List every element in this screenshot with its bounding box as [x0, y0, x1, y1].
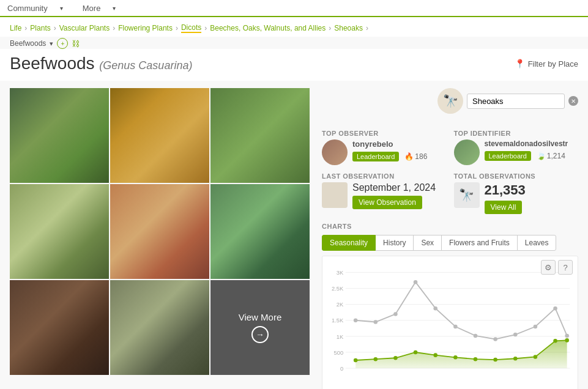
breadcrumb-beeches[interactable]: Beeches, Oaks, Walnuts, and Allies — [210, 24, 326, 32]
svg-point-28 — [374, 320, 378, 324]
svg-text:500: 500 — [334, 350, 344, 356]
pin-icon: 📍 — [515, 59, 525, 69]
svg-point-34 — [493, 337, 497, 341]
photo-1[interactable] — [10, 88, 109, 183]
svg-point-29 — [393, 312, 398, 316]
svg-text:0: 0 — [340, 366, 343, 372]
view-more-arrow-icon: → — [251, 326, 269, 343]
breadcrumb-current-label: Beefwoods — [10, 39, 46, 48]
breadcrumb-plants[interactable]: Plants — [30, 24, 50, 32]
svg-point-33 — [474, 334, 478, 338]
search-clear-button[interactable]: ✕ — [568, 96, 578, 106]
svg-point-25 — [553, 339, 557, 343]
observer-avatar — [322, 139, 348, 165]
breadcrumb-vascular[interactable]: Vascular Plants — [59, 24, 110, 32]
svg-point-30 — [414, 280, 418, 284]
chart-settings-button[interactable]: ⚙ — [541, 260, 556, 275]
photo-4[interactable] — [10, 184, 109, 279]
breadcrumb-flowering[interactable]: Flowering Plants — [118, 24, 173, 32]
chart-tabs: Seasonality History Sex Flowers and Frui… — [322, 235, 578, 251]
photo-grid: View More → — [10, 88, 310, 389]
svg-text:2K: 2K — [337, 302, 344, 308]
breadcrumb: Life › Plants › Vascular Plants › Flower… — [0, 17, 588, 37]
svg-point-35 — [513, 333, 518, 337]
observer-leaderboard-badge[interactable]: Leaderboard — [352, 152, 399, 161]
photo-6[interactable] — [210, 184, 310, 279]
main-content: View More → 🔭 ✕ TOP OBSERVER — [0, 81, 588, 389]
svg-marker-14 — [355, 340, 567, 368]
svg-point-19 — [433, 353, 437, 357]
svg-text:1K: 1K — [337, 334, 344, 340]
top-identifier-block: TOP IDENTIFIER stevemaldonadosilvestr Le… — [454, 130, 579, 165]
chart-help-button[interactable]: ? — [558, 260, 573, 275]
svg-point-23 — [513, 357, 518, 361]
svg-text:3K: 3K — [337, 270, 344, 276]
svg-point-27 — [354, 318, 358, 322]
svg-point-17 — [393, 356, 398, 360]
flame-icon: 🔥 — [404, 152, 414, 161]
svg-point-18 — [414, 350, 418, 355]
svg-point-38 — [565, 334, 569, 338]
more-chevron-icon: ▾ — [113, 5, 116, 12]
svg-point-31 — [433, 306, 437, 311]
page-title: Beefwoods (Genus Casuarina) — [10, 54, 192, 73]
view-more-cell[interactable]: View More → — [210, 280, 310, 375]
community-chevron-icon: ▾ — [60, 5, 63, 12]
tab-leaves[interactable]: Leaves — [517, 235, 557, 251]
add-icon[interactable]: + — [57, 38, 68, 49]
charts-section: CHARTS Seasonality History Sex Flowers a… — [322, 223, 578, 389]
stats-grid: TOP OBSERVER tonyrebelo Leaderboard 🔥186 — [322, 130, 578, 214]
svg-point-21 — [474, 357, 478, 361]
svg-point-26 — [565, 338, 569, 343]
genus-label: (Genus Casuarina) — [99, 59, 192, 72]
last-obs-avatar — [322, 182, 348, 208]
chart-container: ⚙ ? 3K 2.5K 2K 1.5K 1K 500 0 — [322, 256, 578, 389]
tab-sex[interactable]: Sex — [413, 235, 442, 251]
svg-point-16 — [374, 357, 378, 361]
leaf-icon: 🍃 — [537, 152, 546, 160]
breadcrumb-sheoaks[interactable]: Sheoaks — [334, 24, 363, 32]
svg-point-37 — [553, 306, 557, 311]
photo-2[interactable] — [110, 88, 209, 183]
last-observation-block: LAST OBSERVATION September 1, 2024 View … — [322, 172, 447, 214]
observer-search: 🔭 ✕ — [437, 88, 578, 114]
svg-point-20 — [453, 355, 458, 360]
svg-text:1.5K: 1.5K — [332, 317, 344, 324]
search-input[interactable] — [467, 94, 565, 109]
identifier-leaderboard-badge[interactable]: Leaderboard — [485, 151, 531, 161]
binoculars-icon: 🔭 — [454, 182, 480, 208]
svg-point-36 — [534, 325, 538, 329]
svg-text:2.5K: 2.5K — [332, 286, 344, 292]
dropdown-icon[interactable]: ▾ — [50, 40, 53, 48]
top-observer-block: TOP OBSERVER tonyrebelo Leaderboard 🔥186 — [322, 130, 447, 165]
photo-5[interactable] — [110, 184, 209, 279]
svg-point-32 — [453, 325, 458, 329]
photo-3[interactable] — [210, 88, 310, 183]
filter-place-button[interactable]: 📍 Filter by Place — [515, 59, 578, 69]
photo-8[interactable] — [110, 280, 209, 375]
photo-7[interactable] — [10, 280, 109, 375]
nav-community[interactable]: Community ▾ — [7, 4, 73, 13]
view-observation-button[interactable]: View Observation — [352, 196, 422, 209]
breadcrumb-life[interactable]: Life — [10, 24, 21, 32]
tab-flowers-fruits[interactable]: Flowers and Fruits — [441, 235, 518, 251]
tab-seasonality[interactable]: Seasonality — [322, 235, 376, 251]
link-icon[interactable]: ⛓ — [72, 39, 80, 48]
right-panel: 🔭 ✕ TOP OBSERVER tonyrebelo Leader — [310, 88, 578, 389]
svg-point-15 — [354, 358, 358, 363]
nav-more[interactable]: More ▾ — [83, 4, 126, 13]
chart-toolbar: ⚙ ? — [541, 260, 573, 275]
chart-svg: 3K 2.5K 2K 1.5K 1K 500 0 — [327, 262, 573, 389]
svg-point-24 — [534, 355, 538, 359]
identifier-avatar — [454, 139, 480, 165]
tab-history[interactable]: History — [375, 235, 414, 251]
breadcrumb-dicots[interactable]: Dicots — [181, 23, 201, 33]
breadcrumb-actions: Beefwoods ▾ + ⛓ — [0, 38, 588, 49]
search-avatar: 🔭 — [437, 88, 463, 114]
top-nav: Community ▾ More ▾ — [0, 0, 588, 17]
view-all-button[interactable]: View All — [485, 201, 523, 214]
page-title-row: Beefwoods (Genus Casuarina) 📍 Filter by … — [0, 49, 588, 81]
svg-point-22 — [493, 358, 497, 362]
total-observations-block: TOTAL OBSERVATIONS 🔭 21,353 View All — [454, 172, 579, 214]
